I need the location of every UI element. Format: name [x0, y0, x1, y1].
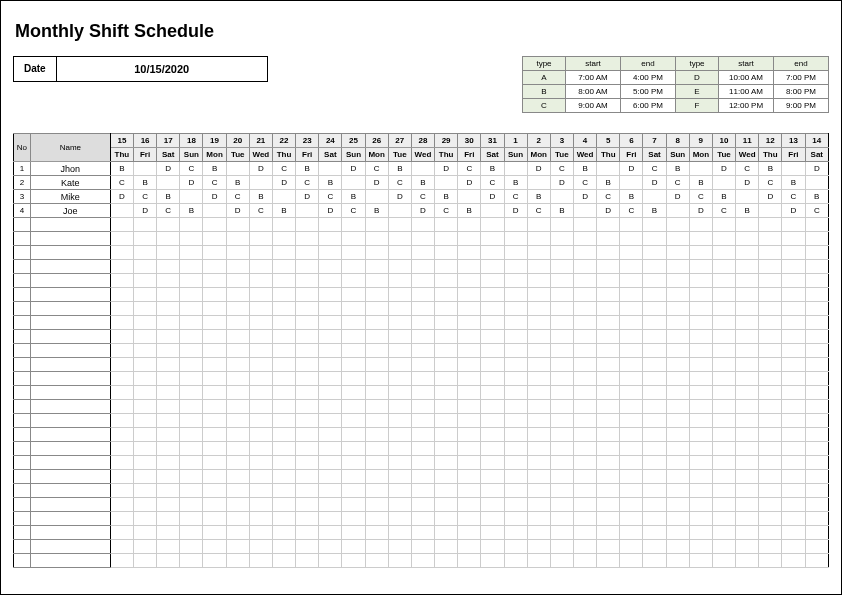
- shift-cell: [597, 442, 620, 456]
- shift-cell: [666, 386, 689, 400]
- row-no: [14, 554, 31, 568]
- shift-cell: [272, 344, 295, 358]
- col-header-dayname: Sat: [157, 148, 180, 162]
- shift-cell: [365, 190, 388, 204]
- shift-cell: [736, 190, 759, 204]
- shift-cell: [458, 470, 481, 484]
- shift-cell: [411, 372, 434, 386]
- shift-cell: [527, 372, 550, 386]
- shift-cell: [458, 554, 481, 568]
- row-no: [14, 456, 31, 470]
- shift-cell: [272, 316, 295, 330]
- shift-cell: [481, 232, 504, 246]
- shift-cell: [481, 400, 504, 414]
- legend-type: B: [523, 85, 566, 99]
- shift-cell: [157, 470, 180, 484]
- shift-cell: [319, 260, 342, 274]
- shift-cell: [736, 372, 759, 386]
- shift-cell: [319, 162, 342, 176]
- shift-cell: [203, 498, 226, 512]
- shift-cell: [203, 316, 226, 330]
- shift-cell: [689, 316, 712, 330]
- shift-cell: [481, 414, 504, 428]
- shift-cell: [249, 246, 272, 260]
- shift-cell: C: [550, 162, 573, 176]
- shift-cell: [504, 386, 527, 400]
- shift-cell: C: [388, 176, 411, 190]
- col-header-dayname: Thu: [759, 148, 782, 162]
- shift-cell: [712, 344, 735, 358]
- shift-cell: [736, 274, 759, 288]
- row-name: [30, 330, 110, 344]
- shift-cell: [712, 414, 735, 428]
- shift-cell: [203, 204, 226, 218]
- shift-cell: B: [550, 204, 573, 218]
- shift-cell: [411, 232, 434, 246]
- shift-cell: [620, 218, 643, 232]
- col-header-dayname: Mon: [203, 148, 226, 162]
- shift-cell: [226, 400, 249, 414]
- shift-cell: [759, 358, 782, 372]
- shift-cell: [319, 232, 342, 246]
- shift-cell: [550, 540, 573, 554]
- shift-cell: [736, 316, 759, 330]
- shift-cell: C: [597, 190, 620, 204]
- shift-cell: [110, 302, 133, 316]
- shift-cell: [504, 302, 527, 316]
- shift-cell: [550, 442, 573, 456]
- shift-cell: [643, 274, 666, 288]
- shift-cell: [458, 400, 481, 414]
- shift-cell: C: [782, 190, 805, 204]
- shift-cell: [573, 330, 596, 344]
- shift-cell: [736, 428, 759, 442]
- shift-cell: [435, 288, 458, 302]
- shift-cell: [527, 358, 550, 372]
- shift-cell: C: [712, 204, 735, 218]
- shift-cell: [643, 484, 666, 498]
- legend-time: 11:00 AM: [719, 85, 774, 99]
- shift-cell: [458, 484, 481, 498]
- shift-cell: [226, 540, 249, 554]
- shift-cell: [504, 260, 527, 274]
- shift-cell: [481, 456, 504, 470]
- shift-cell: [527, 344, 550, 358]
- shift-cell: [272, 470, 295, 484]
- shift-cell: C: [620, 204, 643, 218]
- shift-cell: [620, 484, 643, 498]
- shift-cell: [435, 246, 458, 260]
- shift-cell: [319, 344, 342, 358]
- shift-cell: [550, 358, 573, 372]
- shift-cell: B: [272, 204, 295, 218]
- shift-cell: [203, 372, 226, 386]
- shift-cell: [157, 484, 180, 498]
- shift-cell: [689, 260, 712, 274]
- shift-cell: [736, 456, 759, 470]
- shift-cell: C: [157, 204, 180, 218]
- shift-cell: [296, 442, 319, 456]
- shift-cell: [759, 386, 782, 400]
- shift-cell: [157, 428, 180, 442]
- shift-cell: [550, 274, 573, 288]
- shift-cell: [411, 456, 434, 470]
- legend-time: 4:00 PM: [621, 71, 676, 85]
- shift-cell: [319, 330, 342, 344]
- shift-cell: [712, 554, 735, 568]
- shift-cell: [296, 470, 319, 484]
- shift-cell: [527, 540, 550, 554]
- shift-cell: [481, 330, 504, 344]
- shift-cell: [805, 428, 828, 442]
- shift-cell: [550, 456, 573, 470]
- shift-cell: [666, 260, 689, 274]
- shift-cell: [134, 386, 157, 400]
- row-name: [30, 386, 110, 400]
- col-header-dayname: Tue: [388, 148, 411, 162]
- shift-cell: D: [388, 190, 411, 204]
- shift-cell: B: [736, 204, 759, 218]
- shift-cell: [296, 484, 319, 498]
- shift-cell: [481, 204, 504, 218]
- shift-cell: [712, 246, 735, 260]
- shift-cell: [342, 498, 365, 512]
- shift-cell: [643, 358, 666, 372]
- shift-cell: [643, 442, 666, 456]
- col-header-dayname: Thu: [435, 148, 458, 162]
